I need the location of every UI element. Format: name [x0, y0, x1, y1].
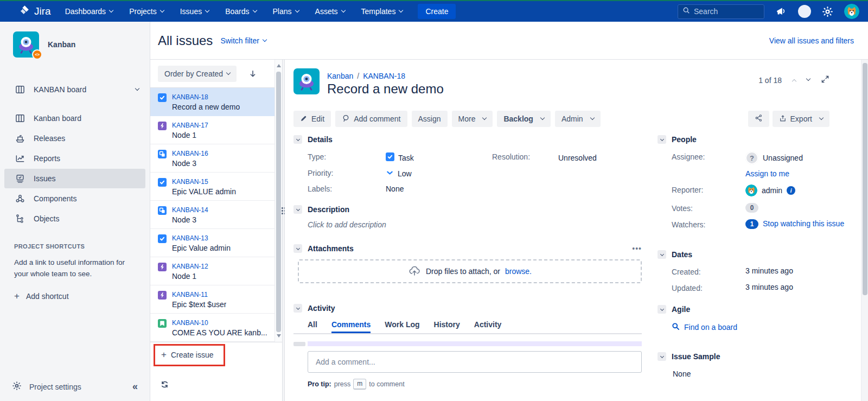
- view-all-issues-link[interactable]: View all issues and filters: [769, 36, 854, 45]
- issue-key-link[interactable]: KANBAN-15: [172, 177, 236, 187]
- announcements-megaphone-icon[interactable]: [775, 5, 787, 17]
- collapse-section-icon[interactable]: [658, 135, 666, 144]
- nav-item-dashboards[interactable]: Dashboards: [65, 7, 113, 16]
- refresh-icon[interactable]: [160, 380, 169, 391]
- issue-key-link[interactable]: KANBAN-16: [172, 149, 208, 158]
- create-button[interactable]: Create: [418, 4, 456, 19]
- issue-key-link[interactable]: KANBAN-12: [172, 262, 208, 271]
- nav-item-projects[interactable]: Projects: [129, 7, 164, 16]
- nav-item-assets[interactable]: Assets: [315, 7, 345, 16]
- page-scrollbar-thumb[interactable]: [863, 63, 867, 295]
- votes-badge[interactable]: 0: [745, 203, 758, 213]
- issue-key-link[interactable]: KANBAN-14: [172, 205, 208, 215]
- issue-key-link[interactable]: KANBAN-18: [172, 92, 240, 102]
- assign-to-me-link[interactable]: Assign to me: [745, 169, 848, 178]
- sidebar-item-components[interactable]: Components: [4, 189, 145, 208]
- scroll-up-icon[interactable]: [277, 64, 281, 67]
- breadcrumb-project-link[interactable]: Kanban: [327, 72, 353, 80]
- tab-activity[interactable]: Activity: [474, 320, 502, 333]
- collapse-section-icon[interactable]: [293, 304, 302, 313]
- task-type-icon: [158, 178, 167, 187]
- tab-comments[interactable]: Comments: [331, 320, 371, 333]
- sidebar-item-issues[interactable]: Issues: [4, 169, 145, 188]
- board-switcher[interactable]: KANBAN board: [0, 78, 150, 101]
- issue-row-kanban-17[interactable]: KANBAN-17Node 1: [150, 116, 275, 144]
- sort-direction-icon[interactable]: [248, 69, 257, 78]
- more-button[interactable]: More: [452, 111, 493, 127]
- tab-all[interactable]: All: [308, 320, 317, 333]
- unassigned-avatar-icon: [745, 151, 758, 164]
- list-scrollbar[interactable]: [275, 60, 282, 342]
- nav-item-templates[interactable]: Templates: [361, 7, 403, 16]
- add-shortcut-button[interactable]: + Add shortcut: [14, 291, 137, 302]
- browse-link[interactable]: browse.: [505, 267, 532, 276]
- expand-icon[interactable]: [821, 75, 829, 85]
- create-issue-button[interactable]: + Create issue: [161, 349, 214, 360]
- collapse-section-icon[interactable]: [658, 352, 666, 361]
- nav-item-issues[interactable]: Issues: [180, 7, 209, 16]
- resolution-value: Unresolved: [558, 152, 646, 163]
- project-avatar[interactable]: <>: [13, 31, 39, 58]
- list-scrollbar-thumb[interactable]: [276, 72, 281, 332]
- issue-key-link[interactable]: KANBAN-10: [172, 318, 267, 328]
- issue-row-kanban-13[interactable]: KANBAN-13Epic Value admin: [150, 229, 275, 257]
- add-comment-button[interactable]: Add comment: [335, 111, 407, 127]
- scroll-down-icon[interactable]: [277, 334, 281, 338]
- jira-logo[interactable]: Jira: [18, 4, 51, 19]
- user-avatar[interactable]: [844, 4, 859, 19]
- comment-input[interactable]: Add a comment...: [308, 351, 642, 373]
- issue-key-link[interactable]: KANBAN-13: [172, 233, 231, 243]
- issue-summary: Node 3: [172, 158, 208, 169]
- attachment-dropzone[interactable]: Drop files to attach, or browse.: [298, 259, 642, 283]
- sidebar-item-objects[interactable]: Objects: [4, 209, 145, 228]
- share-button[interactable]: [748, 111, 769, 127]
- sidebar-item-reports[interactable]: Reports: [4, 149, 145, 168]
- watchers-badge[interactable]: 1: [745, 219, 758, 229]
- switch-filter-link[interactable]: Switch filter: [220, 36, 266, 45]
- breadcrumb-issue-link[interactable]: KANBAN-18: [363, 72, 405, 80]
- previous-issue-icon[interactable]: [792, 79, 796, 83]
- issue-key-link[interactable]: KANBAN-11: [172, 290, 226, 300]
- project-settings-button[interactable]: Project settings: [29, 383, 81, 391]
- help-icon[interactable]: [798, 5, 811, 18]
- tab-history[interactable]: History: [434, 320, 460, 333]
- issue-row-kanban-12[interactable]: KANBAN-12Node 1: [150, 257, 275, 285]
- stop-watching-link[interactable]: Stop watching this issue: [763, 219, 844, 228]
- nav-item-plans[interactable]: Plans: [273, 7, 299, 16]
- issue-row-kanban-14[interactable]: KANBAN-14Node 3: [150, 201, 275, 229]
- assign-button[interactable]: Assign: [412, 111, 448, 127]
- issue-row-kanban-16[interactable]: KANBAN-16Node 3: [150, 144, 275, 173]
- sidebar-item-releases[interactable]: Releases: [4, 129, 145, 148]
- collapse-section-icon[interactable]: [293, 135, 302, 144]
- kanban-board-icon: [14, 112, 26, 124]
- collapse-section-icon[interactable]: [658, 250, 666, 259]
- settings-gear-icon[interactable]: [822, 6, 833, 17]
- issue-key-link[interactable]: KANBAN-17: [172, 120, 208, 130]
- more-options-icon[interactable]: •••: [632, 244, 642, 253]
- code-badge-icon: <>: [32, 49, 42, 60]
- edit-button[interactable]: Edit: [293, 111, 331, 127]
- sidebar-item-kanban-board[interactable]: Kanban board: [4, 109, 145, 128]
- issue-row-kanban-11[interactable]: KANBAN-11Epic $text $user: [150, 285, 275, 314]
- search-input[interactable]: Search: [678, 4, 764, 19]
- find-on-board-link[interactable]: Find on a board: [672, 322, 845, 332]
- order-by-button[interactable]: Order by Created: [158, 66, 237, 82]
- collapse-sidebar-icon[interactable]: «: [132, 381, 138, 392]
- page-scrollbar[interactable]: [861, 60, 868, 401]
- collapse-section-icon[interactable]: [658, 305, 666, 314]
- issue-list-panel: Order by Created KANBAN-18Record a new d…: [150, 60, 282, 401]
- admin-button[interactable]: Admin: [555, 111, 601, 127]
- search-icon: [672, 322, 680, 332]
- nav-item-boards[interactable]: Boards: [225, 7, 256, 16]
- collapse-section-icon[interactable]: [293, 244, 302, 253]
- issue-row-kanban-10[interactable]: KANBAN-10COME AS YOU ARE kanb...: [150, 314, 275, 342]
- issue-row-kanban-15[interactable]: KANBAN-15Epic VALUE admin: [150, 173, 275, 201]
- info-icon[interactable]: [787, 186, 795, 195]
- tab-work-log[interactable]: Work Log: [385, 320, 419, 333]
- description-placeholder[interactable]: Click to add description: [308, 220, 646, 229]
- status-backlog-button[interactable]: Backlog: [497, 111, 550, 127]
- next-issue-icon[interactable]: [806, 76, 810, 80]
- issue-row-kanban-18[interactable]: KANBAN-18Record a new demo: [150, 88, 275, 116]
- export-button[interactable]: Export: [773, 111, 829, 127]
- collapse-section-icon[interactable]: [293, 205, 302, 214]
